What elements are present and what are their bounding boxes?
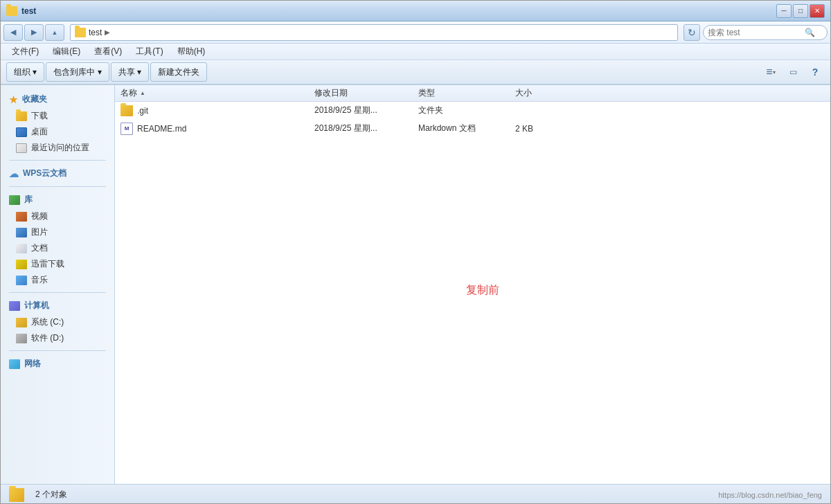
search-input[interactable] (708, 28, 805, 37)
col-date-header[interactable]: 修改日期 (314, 87, 418, 99)
forward-button[interactable]: ▶ (24, 24, 44, 41)
sidebar-item-sysdrive-label: 系统 (C:) (31, 316, 64, 328)
menu-file[interactable]: 文件(F) (6, 44, 44, 59)
sidebar-library-header[interactable]: 库 (1, 191, 114, 208)
sort-arrow: ▲ (140, 90, 145, 96)
title-bar: test ─ □ ✕ (1, 1, 830, 21)
sidebar-item-softdrive[interactable]: 软件 (D:) (1, 330, 114, 346)
menu-help[interactable]: 帮助(H) (172, 44, 211, 59)
sidebar-item-download[interactable]: 下载 (1, 108, 114, 124)
sidebar-network-header[interactable]: 网络 (1, 355, 114, 372)
sidebar-item-recent-label: 最近访问的位置 (31, 142, 89, 154)
up-button[interactable]: ▲ (45, 24, 64, 41)
sidebar-network-section: 网络 (1, 355, 114, 372)
view-icon: ≡ (766, 66, 772, 78)
address-path-box[interactable]: test ▶ (70, 24, 678, 41)
table-row[interactable]: .git 2018/9/25 星期... 文件夹 (115, 102, 830, 120)
address-bar: ◀ ▶ ▲ test ▶ ↻ 🔍 (1, 21, 830, 44)
sidebar-item-softdrive-label: 软件 (D:) (31, 332, 64, 344)
status-folder-icon (9, 488, 24, 502)
sidebar-computer-section: 计算机 系统 (C:) 软件 (D:) (1, 297, 114, 346)
sidebar-item-recent[interactable]: 最近访问的位置 (1, 140, 114, 156)
sidebar-item-document-label: 文档 (31, 242, 48, 254)
main-container: ★ 收藏夹 下载 桌面 最近访问的位置 ☁ WPS云文档 (1, 85, 830, 484)
star-icon: ★ (9, 94, 18, 105)
sidebar-wps-label: WPS云文档 (23, 168, 66, 179)
col-size-label: 大小 (515, 88, 532, 98)
table-row[interactable]: M README.md 2018/9/25 星期... Markdown 文档 … (115, 120, 830, 138)
path-text: test (89, 28, 102, 37)
file-date-cell: 2018/9/25 星期... (314, 123, 418, 134)
sidebar-favorites-header[interactable]: ★ 收藏夹 (1, 91, 114, 108)
window-title: test (21, 6, 36, 16)
col-name-label: 名称 (120, 87, 137, 99)
title-controls: ─ □ ✕ (776, 4, 825, 18)
watermark: https://blog.csdn.net/biao_feng (718, 491, 822, 499)
sidebar-library-label: 库 (24, 194, 33, 206)
sidebar-computer-label: 计算机 (24, 300, 49, 312)
library-icon (9, 195, 20, 205)
menu-view[interactable]: 查看(V) (89, 44, 127, 59)
view-mode-button[interactable]: ≡ ▾ (761, 64, 780, 80)
toolbar-include-library[interactable]: 包含到库中 ▾ (46, 62, 109, 82)
view-dropdown-arrow: ▾ (773, 69, 776, 75)
video-icon (16, 212, 27, 222)
toolbar-new-folder[interactable]: 新建文件夹 (150, 62, 207, 82)
sidebar-item-desktop-label: 桌面 (31, 126, 48, 138)
file-rows-container: .git 2018/9/25 星期... 文件夹 M README.md 201… (115, 102, 830, 138)
sidebar-item-picture[interactable]: 图片 (1, 224, 114, 240)
sidebar-item-video[interactable]: 视频 (1, 208, 114, 224)
toolbar-right: ≡ ▾ ▭ ? (761, 64, 825, 80)
search-icon: 🔍 (805, 28, 815, 37)
toolbar: 组织 ▾ 包含到库中 ▾ 共享 ▾ 新建文件夹 ≡ ▾ ▭ ? (1, 60, 830, 85)
sidebar-item-music-label: 音乐 (31, 274, 48, 286)
preview-pane-button[interactable]: ▭ (783, 64, 803, 80)
folder-icon (120, 105, 133, 116)
file-date-cell: 2018/9/25 星期... (314, 105, 418, 116)
refresh-button[interactable]: ↻ (683, 24, 700, 41)
col-type-header[interactable]: 类型 (418, 87, 515, 99)
file-size-cell: 2 KB (515, 124, 584, 134)
menu-edit[interactable]: 编辑(E) (47, 44, 86, 59)
col-type-label: 类型 (418, 88, 435, 98)
title-bar-left: test (6, 6, 36, 16)
file-type-cell: Markdown 文档 (418, 123, 515, 134)
sidebar-divider-3 (9, 292, 106, 293)
menu-tools[interactable]: 工具(T) (130, 44, 168, 59)
pane-icon: ▭ (789, 67, 797, 77)
sidebar-divider-2 (9, 186, 106, 187)
close-button[interactable]: ✕ (810, 4, 825, 18)
status-count: 2 个对象 (35, 489, 67, 501)
col-size-header[interactable]: 大小 (515, 87, 584, 99)
softdrive-icon (16, 334, 27, 343)
status-bar: 2 个对象 https://blog.csdn.net/biao_feng (1, 484, 830, 504)
file-name: .git (137, 106, 148, 116)
sidebar-wps-header[interactable]: ☁ WPS云文档 (1, 165, 114, 182)
back-button[interactable]: ◀ (3, 24, 23, 41)
download-folder-icon (16, 111, 27, 121)
sidebar-item-sysdrive[interactable]: 系统 (C:) (1, 314, 114, 330)
toolbar-library-label: 包含到库中 ▾ (53, 66, 101, 78)
sidebar-computer-header[interactable]: 计算机 (1, 297, 114, 314)
sidebar-item-desktop[interactable]: 桌面 (1, 124, 114, 140)
sidebar-item-document[interactable]: 文档 (1, 240, 114, 256)
path-folder-icon (75, 28, 86, 37)
minimize-button[interactable]: ─ (776, 4, 792, 18)
col-date-label: 修改日期 (314, 88, 348, 98)
path-arrow: ▶ (105, 28, 110, 36)
help-icon: ? (812, 66, 819, 78)
sidebar-wps-section: ☁ WPS云文档 (1, 165, 114, 182)
toolbar-share[interactable]: 共享 ▾ (111, 62, 149, 82)
search-box: 🔍 (703, 25, 828, 40)
col-name-header[interactable]: 名称 ▲ (120, 87, 314, 99)
sidebar-network-label: 网络 (24, 358, 41, 370)
sidebar-item-download-label: 下载 (31, 110, 48, 122)
help-button[interactable]: ? (805, 64, 825, 80)
file-area-wrapper: 名称 ▲ 修改日期 类型 大小 .git 2018/9/25 星期... 文件夹 (115, 85, 830, 484)
toolbar-organize[interactable]: 组织 ▾ (6, 62, 44, 82)
maximize-button[interactable]: □ (793, 4, 808, 18)
sidebar-item-video-label: 视频 (31, 210, 48, 222)
sidebar-item-music[interactable]: 音乐 (1, 272, 114, 288)
sidebar-item-xunlei[interactable]: 迅雷下载 (1, 256, 114, 272)
toolbar-organize-label: 组织 ▾ (14, 66, 37, 78)
